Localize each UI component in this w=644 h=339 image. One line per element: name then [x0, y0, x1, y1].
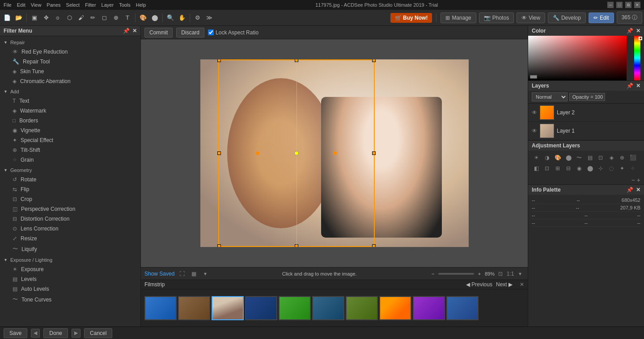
menu-view[interactable]: View [31, 2, 42, 8]
layers-close[interactable]: ✕ [636, 83, 640, 89]
open-tool[interactable]: 📂 [13, 13, 24, 23]
exposure-section-header[interactable]: ▼ Exposure / Lighting [0, 255, 140, 264]
fullscreen-icon[interactable]: ⛶ [178, 270, 186, 278]
select-tool[interactable]: ▣ [29, 13, 40, 23]
filter-lens[interactable]: ⊙Lens Correction [0, 224, 140, 234]
expand-down-icon[interactable]: ▾ [201, 270, 209, 278]
color-picker-area[interactable] [528, 36, 644, 80]
menu-help[interactable]: Help [136, 2, 146, 8]
adj-invert-icon[interactable]: ⊞ [553, 164, 562, 173]
color-panel-pin[interactable]: 📌 [627, 28, 633, 34]
adj-blur-icon[interactable]: ◌ [607, 164, 616, 173]
lock-checkbox[interactable] [208, 29, 214, 35]
filmstrip-thumb-8[interactable] [379, 296, 411, 320]
layer2-visibility-icon[interactable]: 👁 [532, 109, 537, 116]
filter-rotate[interactable]: ↺Rotate [0, 175, 140, 184]
filter-distortion[interactable]: ⊟Distortion Correction [0, 214, 140, 224]
adj-exposure-icon[interactable]: ⊡ [596, 153, 605, 162]
menu-layer[interactable]: Layer [102, 2, 114, 8]
blend-mode-select[interactable]: Normal [532, 92, 568, 101]
next-button[interactable]: Next ▶ [496, 281, 513, 288]
filmstrip-thumb-7[interactable] [346, 296, 378, 320]
layers-controls-header[interactable]: 📌 ✕ [627, 83, 640, 89]
histogram-icon[interactable]: ▦ [190, 270, 198, 278]
menu-panes[interactable]: Panes [47, 2, 60, 8]
commit-button[interactable]: Commit [144, 28, 173, 38]
menu-select[interactable]: Select [66, 2, 80, 8]
prev-nav-arrow[interactable]: ◀ [31, 329, 40, 338]
pencil-tool[interactable]: ✏ [87, 13, 98, 23]
layer-item-2[interactable]: 👁 Layer 2 [528, 104, 644, 122]
menu-tools[interactable]: Tools [119, 2, 131, 8]
filter-repair-tool[interactable]: 🔧Repair Tool [0, 57, 140, 67]
next-nav-arrow[interactable]: ▶ [72, 329, 80, 338]
filter-grain[interactable]: ⁘Grain [0, 155, 140, 165]
edit-button[interactable]: ✏ Edit [589, 13, 614, 23]
zoom-tool[interactable]: 🔍 [165, 13, 176, 23]
adj-color-balance-icon[interactable]: ⊕ [618, 153, 627, 162]
canvas-area[interactable] [141, 39, 528, 267]
filter-perspective[interactable]: ◫Perspective Correction [0, 204, 140, 214]
settings-tool[interactable]: ⚙ [192, 13, 203, 23]
adj-subtract-button[interactable]: − [631, 176, 635, 184]
zoom-fit-icon[interactable]: ⊡ [496, 270, 504, 278]
polygon-tool[interactable]: ⬡ [64, 13, 75, 23]
window-controls[interactable]: ─ □ ⧉ ✕ [607, 2, 640, 8]
cancel-button[interactable]: Cancel [84, 328, 112, 338]
filter-borders[interactable]: □Borders [0, 116, 140, 126]
add-section-header[interactable]: ▼ Add [0, 87, 140, 96]
filmstrip-thumb-5[interactable] [279, 296, 311, 320]
filter-auto-levels[interactable]: ▤Auto Levels [0, 284, 140, 294]
adj-channel-icon[interactable]: ⊟ [564, 164, 573, 173]
filmstrip-thumb-2[interactable] [178, 296, 210, 320]
filter-crop[interactable]: ⊡Crop [0, 194, 140, 204]
filmstrip-thumb-4[interactable] [245, 296, 277, 320]
maximize-button[interactable]: □ [616, 2, 623, 8]
text-tool[interactable]: T [122, 13, 133, 23]
filter-menu-controls[interactable]: 📌 ✕ [123, 28, 137, 34]
view-button[interactable]: 👁 View [517, 13, 545, 23]
filter-exposure[interactable]: ☀Exposure [0, 264, 140, 274]
close-button[interactable]: ✕ [634, 2, 640, 8]
adj-levels-icon[interactable]: ▤ [585, 153, 594, 162]
adj-gradient-icon[interactable]: ⬛ [628, 153, 637, 162]
info-close[interactable]: ✕ [636, 187, 640, 193]
adj-curves-icon[interactable]: 〜 [575, 153, 584, 162]
adj-contrast-icon[interactable]: ◑ [542, 153, 551, 162]
zoom-menu-icon[interactable]: ▾ [516, 270, 524, 278]
menu-filter[interactable]: Filter [85, 2, 96, 8]
adj-shadow-icon[interactable]: ◉ [575, 164, 584, 173]
filter-special-effect[interactable]: ✦Special Effect [0, 135, 140, 145]
adj-vibrance-icon[interactable]: ◈ [607, 153, 616, 162]
adj-sharpen-icon[interactable]: ✦ [618, 164, 627, 173]
adj-threshold-icon[interactable]: ⊡ [542, 164, 551, 173]
color-picker-tool[interactable]: 🎨 [138, 13, 148, 23]
filter-tilt-shift[interactable]: ⊕Tilt-Shift [0, 145, 140, 155]
manage-button[interactable]: ⊞ Manage [441, 13, 476, 23]
stamp-tool[interactable]: ⊕ [110, 13, 121, 23]
adj-brightness-icon[interactable]: ☀ [532, 153, 541, 162]
show-saved-button[interactable]: Show Saved [144, 271, 174, 277]
filter-vignette[interactable]: ◉Vignette [0, 126, 140, 135]
filmstrip-thumb-6[interactable] [312, 296, 344, 320]
filmstrip-close-button[interactable]: ✕ [520, 281, 524, 288]
color-gradient[interactable] [528, 36, 627, 80]
adj-saturation-icon[interactable]: ⬤ [564, 153, 573, 162]
menu-file[interactable]: File [4, 2, 12, 8]
info-pin[interactable]: 📌 [627, 187, 633, 193]
eraser-tool[interactable]: ◻ [99, 13, 110, 23]
filter-flip[interactable]: ⇆Flip [0, 184, 140, 194]
photo-image[interactable] [200, 59, 469, 247]
extra-modes[interactable]: 365 ⓘ [617, 12, 642, 24]
adj-drop-icon[interactable]: ⊹ [596, 164, 605, 173]
color-picker-indicator[interactable] [639, 37, 642, 40]
filmstrip-thumb-9[interactable] [413, 296, 445, 320]
filter-resize[interactable]: ⤢Resize [0, 234, 140, 243]
done-button[interactable]: Done [43, 328, 68, 338]
develop-button[interactable]: 🔧 Develop [548, 13, 586, 23]
color-panel-close[interactable]: ✕ [636, 28, 640, 34]
adj-noise-icon[interactable]: ⁘ [628, 164, 637, 173]
filter-levels[interactable]: ▤Levels [0, 274, 140, 284]
brush-tool[interactable]: 🖌 [76, 13, 86, 23]
color-hue-bar[interactable] [634, 36, 640, 80]
